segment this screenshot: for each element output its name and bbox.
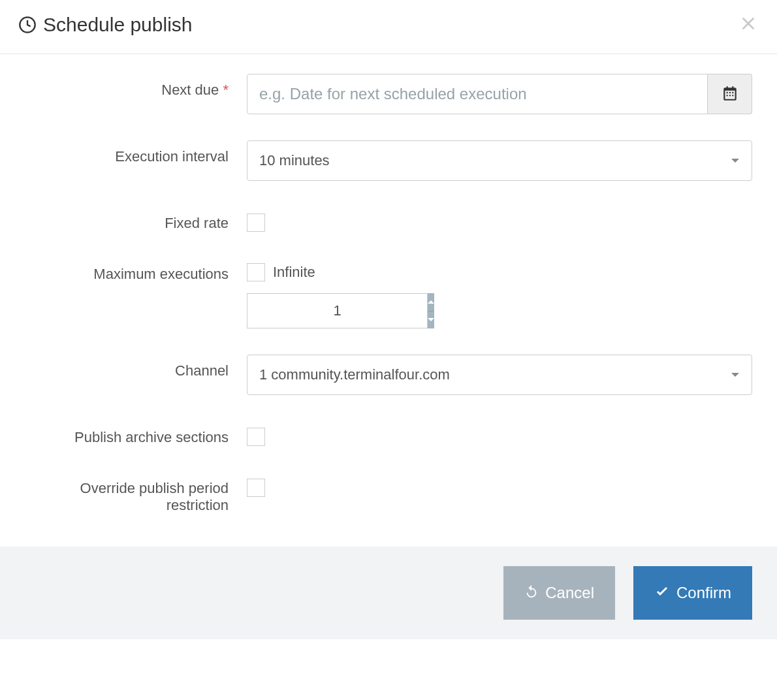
override-period-checkbox[interactable] bbox=[247, 479, 265, 497]
infinite-label: Infinite bbox=[273, 264, 315, 281]
clock-icon bbox=[18, 16, 37, 34]
check-icon bbox=[654, 583, 670, 603]
fixed-rate-checkbox[interactable] bbox=[247, 214, 265, 232]
row-next-due: Next due * bbox=[25, 74, 752, 114]
label-channel: Channel bbox=[25, 355, 247, 379]
label-next-due: Next due * bbox=[25, 74, 247, 99]
max-executions-input[interactable] bbox=[247, 293, 428, 328]
modal-header: Schedule publish bbox=[0, 0, 777, 54]
row-publish-archive: Publish archive sections bbox=[25, 421, 752, 446]
required-indicator: * bbox=[223, 82, 229, 98]
label-fixed-rate: Fixed rate bbox=[25, 207, 247, 232]
confirm-button[interactable]: Confirm bbox=[633, 566, 752, 620]
calendar-icon bbox=[722, 85, 738, 104]
caret-down-icon bbox=[428, 318, 434, 321]
spinner-down-button[interactable] bbox=[428, 311, 434, 329]
row-override-period: Override publish period restriction bbox=[25, 472, 752, 514]
row-fixed-rate: Fixed rate bbox=[25, 207, 752, 232]
label-publish-archive: Publish archive sections bbox=[25, 421, 247, 446]
row-max-executions: Maximum executions Infinite bbox=[25, 258, 752, 328]
modal-title: Schedule publish bbox=[18, 14, 193, 36]
channel-select[interactable]: 1 community.terminalfour.com bbox=[247, 355, 752, 395]
cancel-button[interactable]: Cancel bbox=[503, 566, 615, 620]
modal-body: Next due * Execution interval 10 minutes bbox=[0, 54, 777, 547]
next-due-input[interactable] bbox=[247, 74, 708, 114]
row-execution-interval: Execution interval 10 minutes bbox=[25, 140, 752, 181]
label-max-executions: Maximum executions bbox=[25, 258, 247, 283]
label-execution-interval: Execution interval bbox=[25, 140, 247, 165]
caret-up-icon bbox=[428, 300, 434, 304]
publish-archive-checkbox[interactable] bbox=[247, 428, 265, 446]
undo-icon bbox=[524, 584, 539, 602]
close-button[interactable] bbox=[738, 12, 759, 38]
spinner-up-button[interactable] bbox=[428, 293, 434, 311]
label-override-period: Override publish period restriction bbox=[25, 472, 247, 514]
modal-footer: Cancel Confirm bbox=[0, 547, 777, 639]
execution-interval-select[interactable]: 10 minutes bbox=[247, 140, 752, 181]
calendar-button[interactable] bbox=[708, 74, 752, 114]
modal-title-text: Schedule publish bbox=[43, 14, 193, 36]
infinite-checkbox[interactable] bbox=[247, 263, 265, 281]
row-channel: Channel 1 community.terminalfour.com bbox=[25, 355, 752, 395]
